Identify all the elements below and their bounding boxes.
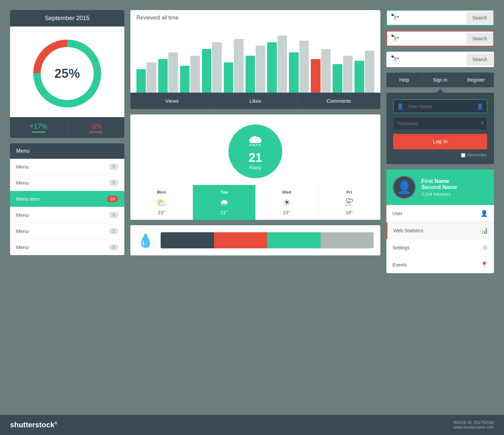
- profile-followers: 3,234 followers: [421, 192, 457, 197]
- bar-gray-10: [343, 56, 352, 93]
- search-button-3[interactable]: Search: [466, 53, 493, 65]
- menu-item-6[interactable]: Menu 5: [10, 239, 124, 255]
- footer: shutterstock® IMAGE ID: 252752098 www.sh…: [0, 415, 504, 435]
- stat-negative: -3%: [68, 117, 125, 138]
- bar-teal-8: [289, 52, 298, 93]
- weather-desc-text: Rainy: [249, 165, 261, 170]
- day-fri-icon: ⛈: [345, 197, 353, 208]
- profile-top: 👤 First Name Second Name 3,234 followers: [386, 170, 494, 205]
- search-input-2[interactable]: [403, 33, 466, 44]
- remember-row: Remember: [393, 153, 487, 157]
- swatch-red: [214, 232, 267, 248]
- menu-item-active-badge: 18: [107, 196, 118, 202]
- day-fri-name: Fri: [346, 190, 352, 195]
- swatch-gray: [321, 232, 374, 248]
- username-icon: 👤: [393, 100, 407, 113]
- username-input[interactable]: [407, 100, 473, 112]
- profile-menu-user[interactable]: User 👤: [386, 205, 494, 222]
- menu-item-4[interactable]: Menu 8: [10, 207, 124, 223]
- password-wrap: ?: [393, 117, 487, 130]
- menu-item-1-label: Menu: [16, 164, 29, 170]
- bar-teal-6: [246, 56, 255, 93]
- user-icon: 👤: [480, 210, 488, 217]
- nav-bar: Help Sign in Register: [386, 72, 494, 87]
- username-wrap: 👤 👤: [393, 99, 487, 113]
- menu-item-2-badge: 2: [109, 180, 118, 186]
- nav-register-label: Register: [467, 77, 485, 83]
- bar-gray-9: [321, 49, 331, 93]
- nav-help[interactable]: Help: [386, 72, 422, 87]
- menu-item-5-badge: 2: [109, 228, 118, 234]
- menu-item-active[interactable]: Menu item 18: [10, 191, 124, 207]
- search-button-1[interactable]: Search: [466, 12, 493, 24]
- bar-group-1: [136, 62, 156, 93]
- remember-label: Remember: [467, 153, 487, 157]
- nav-signin[interactable]: Sign in: [422, 72, 458, 87]
- day-mon-name: Mon: [157, 190, 166, 195]
- bar-teal-3: [180, 66, 190, 93]
- day-mon-temp: 23°: [158, 210, 165, 215]
- bar-gray-11: [365, 51, 374, 93]
- menu-item-2-label: Menu: [16, 180, 29, 186]
- avatar: 👤: [392, 176, 416, 199]
- bar-gray-4: [212, 42, 221, 93]
- remember-checkbox[interactable]: [461, 153, 465, 157]
- chart-title-text: Reviewed all time: [136, 15, 178, 20]
- chart-title: Reviewed all time: [130, 10, 380, 26]
- search-input-1[interactable]: [403, 12, 466, 23]
- middle-column: Reviewed all time: [130, 10, 380, 255]
- profile-menu-stats-label: Web Statistics: [393, 228, 423, 233]
- calendar-header: September 2015: [10, 10, 124, 27]
- bar-gray-1: [146, 62, 156, 93]
- chart-footer: Views Likes Comments: [130, 93, 380, 109]
- calendar-title: September 2015: [45, 15, 89, 21]
- nav-signin-label: Sign in: [433, 77, 448, 83]
- menu-item-active-label: Menu item: [16, 196, 40, 202]
- bar-group-2: [158, 52, 178, 93]
- menu-header-label: Menu: [16, 148, 30, 154]
- search-input-3[interactable]: [403, 54, 466, 65]
- binoculars-icon-2: 🔭: [390, 34, 400, 43]
- settings-icon: ⚙: [482, 244, 488, 251]
- weather-day-tue: Tue 🌧 21°: [193, 185, 255, 220]
- events-icon: 📍: [480, 261, 488, 269]
- bar-teal-10: [333, 64, 342, 93]
- chart-foot-likes-label: Likes: [249, 98, 261, 104]
- footer-brand: shutterstock®: [10, 421, 57, 429]
- menu-item-6-label: Menu: [16, 244, 29, 250]
- day-tue-temp: 21°: [220, 210, 227, 215]
- stats-icon: 📊: [480, 227, 488, 234]
- search-box-2: 🔭 Search: [386, 31, 494, 46]
- profile-menu-events[interactable]: Events 📍: [386, 256, 494, 273]
- profile-card: 👤 First Name Second Name 3,234 followers…: [386, 170, 494, 273]
- menu-item-4-label: Menu: [16, 212, 29, 218]
- menu-item-1-badge: 5: [109, 163, 118, 170]
- bar-group-3: [180, 56, 200, 93]
- footer-url: www.shutterstock.com: [453, 425, 494, 430]
- profile-menu-settings[interactable]: Settings ⚙: [386, 239, 494, 256]
- bar-teal-11: [354, 61, 364, 93]
- day-tue-name: Tue: [220, 190, 228, 195]
- chart-foot-likes[interactable]: Likes: [214, 93, 297, 109]
- search-button-2[interactable]: Search: [466, 33, 493, 45]
- nav-register[interactable]: Register: [458, 72, 494, 87]
- profile-menu-stats[interactable]: Web Statistics 📊: [386, 222, 494, 239]
- menu-item-2[interactable]: Menu 2: [10, 175, 124, 191]
- login-button[interactable]: Log In: [393, 134, 487, 149]
- stat2-value: -3%: [90, 123, 102, 130]
- chart-foot-views[interactable]: Views: [130, 93, 214, 109]
- bar-gray-2: [168, 52, 178, 93]
- profile-first-name: First Name: [421, 178, 457, 184]
- menu-item-1[interactable]: Menu 5: [10, 159, 124, 175]
- password-input[interactable]: [393, 117, 477, 130]
- bar-teal-4: [202, 49, 211, 93]
- donut-area: 25%: [10, 27, 124, 117]
- login-arrow: [437, 89, 444, 93]
- search-box-1: 🔭 Search: [386, 10, 494, 26]
- chart-foot-comments[interactable]: Comments: [297, 93, 380, 109]
- menu-item-5[interactable]: Menu 2: [10, 223, 124, 239]
- username-end-icon: 👤: [473, 100, 487, 113]
- swatch-teal: [267, 232, 321, 248]
- profile-menu: User 👤 Web Statistics 📊 Settings ⚙ Event…: [386, 205, 494, 273]
- swatch-dark: [161, 232, 214, 248]
